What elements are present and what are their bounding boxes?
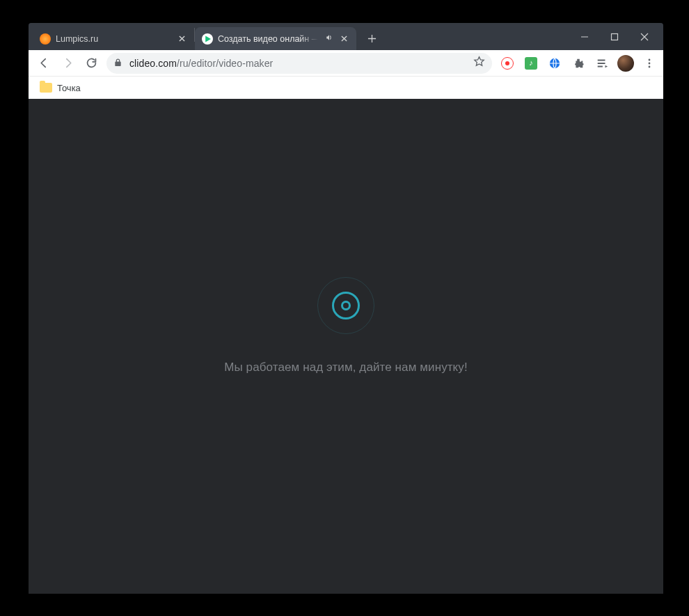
profile-avatar-button[interactable] <box>616 54 635 73</box>
new-tab-button[interactable] <box>362 29 381 48</box>
loading-indicator: Мы работаем над этим, дайте нам минутку! <box>224 277 468 374</box>
page-content: Мы работаем над этим, дайте нам минутку! <box>29 99 663 594</box>
spinner-icon <box>317 277 374 334</box>
tab-lumpics[interactable]: Lumpics.ru <box>33 27 194 50</box>
bookmark-label: Точка <box>57 83 81 93</box>
titlebar: Lumpics.ru Создать видео онлайн — Clideo <box>29 23 663 50</box>
svg-rect-1 <box>612 33 618 40</box>
chrome-menu-button[interactable] <box>640 54 659 73</box>
tab-title: Создать видео онлайн — Clideo <box>218 34 320 44</box>
url-text: clideo.com/ru/editor/video-maker <box>129 58 273 69</box>
toolbar: clideo.com/ru/editor/video-maker <box>29 50 663 76</box>
address-bar[interactable]: clideo.com/ru/editor/video-maker <box>106 53 492 74</box>
url-host: clideo.com <box>129 58 177 69</box>
reload-button[interactable] <box>80 52 102 74</box>
music-extension-icon[interactable] <box>521 54 541 73</box>
window-controls <box>578 23 660 50</box>
svg-point-3 <box>649 58 651 61</box>
favicon-lumpics <box>40 33 51 45</box>
folder-icon <box>40 83 52 93</box>
tab-close-button[interactable] <box>176 33 187 45</box>
close-window-button[interactable] <box>638 31 651 43</box>
minimize-button[interactable] <box>578 31 591 43</box>
favicon-clideo <box>202 33 213 45</box>
lock-icon <box>113 57 122 70</box>
tabstrip: Lumpics.ru Создать видео онлайн — Clideo <box>29 23 381 50</box>
bookmark-bar: Точка <box>29 76 663 99</box>
media-control-button[interactable] <box>592 54 612 73</box>
extensions-menu-button[interactable] <box>569 54 588 73</box>
tab-audio-icon[interactable] <box>325 33 333 44</box>
url-path: /ru/editor/video-maker <box>177 58 273 69</box>
browser-window: Lumpics.ru Создать видео онлайн — Clideo <box>29 23 663 594</box>
forward-button[interactable] <box>56 52 79 74</box>
bookmark-folder[interactable]: Точка <box>35 80 85 96</box>
svg-point-5 <box>649 65 651 68</box>
tab-clideo[interactable]: Создать видео онлайн — Clideo <box>195 27 356 50</box>
tab-title: Lumpics.ru <box>56 34 171 44</box>
yandex-extension-icon[interactable] <box>498 54 517 73</box>
tab-close-button[interactable] <box>338 33 349 45</box>
svg-point-4 <box>649 62 651 64</box>
translate-extension-icon[interactable] <box>545 54 564 73</box>
bookmark-star-button[interactable] <box>473 56 485 70</box>
maximize-button[interactable] <box>608 31 621 43</box>
avatar <box>617 55 634 72</box>
extensions-row <box>496 54 659 73</box>
loading-message: Мы работаем над этим, дайте нам минутку! <box>224 361 468 374</box>
back-button[interactable] <box>33 52 55 74</box>
